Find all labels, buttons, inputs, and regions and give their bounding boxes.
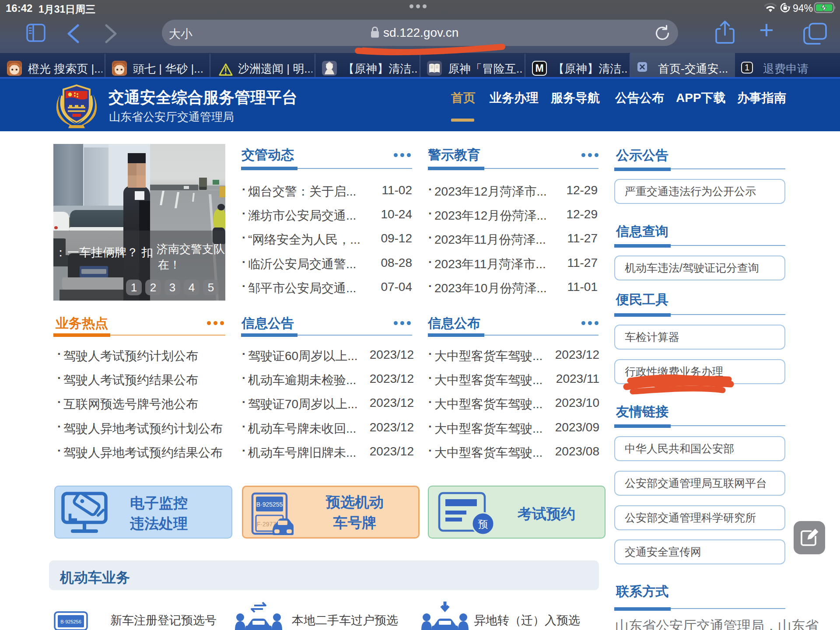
- svg-text:B·925255: B·925255: [256, 501, 283, 508]
- svg-text:B·925256: B·925256: [60, 619, 81, 624]
- svg-text:F·2977: F·2977: [257, 521, 276, 528]
- svg-text:预: 预: [478, 518, 488, 530]
